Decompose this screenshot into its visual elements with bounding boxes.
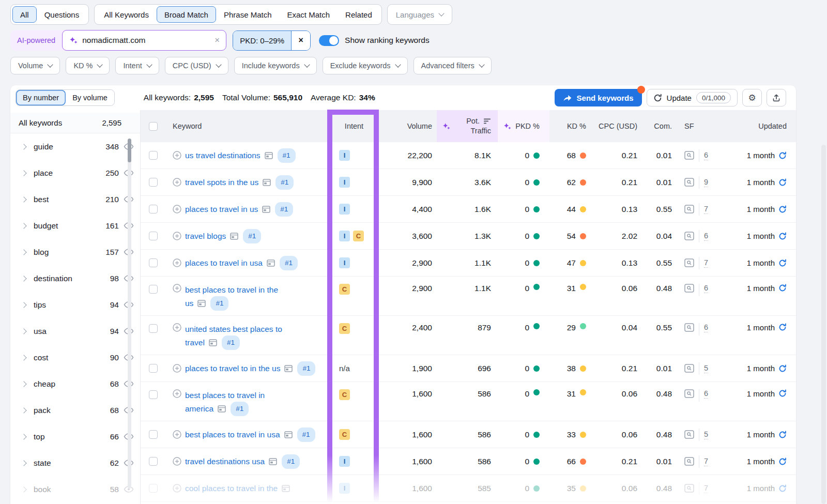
tab-all-keywords[interactable]: All Keywords xyxy=(96,6,157,23)
sidebar-item-pack[interactable]: pack 68 xyxy=(10,397,140,423)
serp-preview-icon[interactable] xyxy=(284,431,293,438)
serp-preview-icon[interactable] xyxy=(267,259,275,267)
expand-chevron-icon[interactable] xyxy=(21,144,26,149)
serp-features-icon[interactable] xyxy=(684,284,694,293)
sf-count[interactable]: 6 xyxy=(704,151,708,160)
tab-all[interactable]: All xyxy=(12,6,37,23)
filter-dropdown-exclude-keywords[interactable]: Exclude keywords xyxy=(323,57,408,74)
refresh-icon[interactable] xyxy=(778,151,787,160)
serp-preview-icon[interactable] xyxy=(263,179,271,186)
remove-pkd-filter-icon[interactable]: × xyxy=(291,31,310,50)
position-badge[interactable]: #1 xyxy=(222,335,240,350)
sidebar-item-guide[interactable]: guide 348 xyxy=(10,133,140,160)
position-badge[interactable]: #1 xyxy=(231,402,249,416)
serp-preview-icon[interactable] xyxy=(282,485,290,492)
cpc-header[interactable]: CPC (USD) xyxy=(593,110,641,142)
tab-questions[interactable]: Questions xyxy=(37,6,87,23)
row-checkbox[interactable] xyxy=(149,430,158,439)
position-badge[interactable]: #1 xyxy=(297,427,315,442)
keyword-link[interactable]: travel destinations usa xyxy=(185,457,265,466)
keyword-link[interactable]: cool places to travel in the xyxy=(185,484,278,493)
add-keyword-icon[interactable] xyxy=(173,284,181,293)
refresh-icon[interactable] xyxy=(778,431,787,439)
sidebar-scrollbar-thumb[interactable] xyxy=(128,139,131,162)
row-checkbox[interactable] xyxy=(149,390,158,399)
sidebar-item-cost[interactable]: cost 90 xyxy=(10,344,140,371)
row-checkbox[interactable] xyxy=(149,258,158,267)
sidebar-item-budget[interactable]: budget 161 xyxy=(10,212,140,239)
sidebar-item-destination[interactable]: destination 98 xyxy=(10,265,140,292)
expand-chevron-icon[interactable] xyxy=(21,381,26,387)
serp-features-icon[interactable] xyxy=(684,258,694,267)
serp-features-icon[interactable] xyxy=(684,457,694,466)
add-keyword-icon[interactable] xyxy=(173,430,181,439)
serp-preview-icon[interactable] xyxy=(218,405,226,413)
refresh-icon[interactable] xyxy=(778,178,787,187)
refresh-icon[interactable] xyxy=(778,323,787,331)
add-keyword-icon[interactable] xyxy=(173,232,181,240)
settings-button[interactable]: ⚙ xyxy=(742,89,762,106)
filter-dropdown-advanced-filters[interactable]: Advanced filters xyxy=(414,57,492,74)
expand-chevron-icon[interactable] xyxy=(21,486,26,492)
sf-count[interactable]: 7 xyxy=(704,484,708,493)
sf-header[interactable]: SF xyxy=(674,110,713,142)
sidebar-item-usa[interactable]: usa 94 xyxy=(10,318,140,344)
expand-chevron-icon[interactable] xyxy=(21,196,26,202)
add-keyword-icon[interactable] xyxy=(173,457,181,466)
keyword-link[interactable]: places to travel to in the us xyxy=(185,364,280,373)
serp-features-icon[interactable] xyxy=(684,178,694,187)
refresh-icon[interactable] xyxy=(778,205,787,213)
serp-features-icon[interactable] xyxy=(684,389,694,398)
position-badge[interactable]: #1 xyxy=(243,229,261,243)
keyword-link[interactable]: best places to travel in usa xyxy=(185,430,280,439)
row-checkbox[interactable] xyxy=(149,232,158,240)
serp-features-icon[interactable] xyxy=(684,151,694,160)
add-keyword-icon[interactable] xyxy=(173,178,181,187)
keyword-link[interactable]: places to travel in usa xyxy=(185,258,263,267)
refresh-icon[interactable] xyxy=(778,457,787,466)
serp-preview-icon[interactable] xyxy=(284,365,293,372)
row-checkbox[interactable] xyxy=(149,205,158,213)
position-badge[interactable]: #1 xyxy=(275,175,294,190)
keyword-link[interactable]: places to travel in us xyxy=(185,205,258,213)
filter-dropdown-intent[interactable]: Intent xyxy=(115,57,159,74)
refresh-icon[interactable] xyxy=(778,484,787,493)
keyword-link[interactable]: us travel destinations xyxy=(185,151,261,160)
keyword-link[interactable]: travel blogs xyxy=(185,232,226,240)
sidebar-item-place[interactable]: place 250 xyxy=(10,160,140,186)
pot-traffic-header[interactable]: Pot. Traffic xyxy=(437,110,498,142)
export-button[interactable] xyxy=(767,89,786,106)
row-checkbox[interactable] xyxy=(149,364,158,373)
expand-chevron-icon[interactable] xyxy=(21,223,26,228)
sidebar-item-book[interactable]: book 58 xyxy=(10,476,140,502)
tab-related[interactable]: Related xyxy=(338,6,380,23)
position-badge[interactable]: #1 xyxy=(275,202,293,217)
expand-chevron-icon[interactable] xyxy=(21,302,26,308)
position-badge[interactable]: #1 xyxy=(297,361,315,376)
kd-header[interactable]: KD % xyxy=(549,110,593,142)
sf-count[interactable]: 9 xyxy=(704,178,708,187)
serp-preview-icon[interactable] xyxy=(269,458,277,465)
add-keyword-icon[interactable] xyxy=(173,389,181,398)
expand-chevron-icon[interactable] xyxy=(21,434,26,439)
refresh-icon[interactable] xyxy=(778,284,787,292)
add-keyword-icon[interactable] xyxy=(173,484,181,493)
filter-dropdown-kd-[interactable]: KD % xyxy=(66,57,110,74)
send-keywords-button[interactable]: Send keywords xyxy=(555,89,642,106)
position-badge[interactable]: #1 xyxy=(210,296,228,311)
select-all-checkbox[interactable] xyxy=(149,122,158,131)
refresh-icon[interactable] xyxy=(778,232,787,240)
filter-dropdown-volume[interactable]: Volume xyxy=(10,57,60,74)
sidebar-item-cheap[interactable]: cheap 68 xyxy=(10,371,140,397)
keyword-header[interactable]: Keyword xyxy=(165,110,328,142)
pkd-header[interactable]: PKD % xyxy=(498,110,549,142)
by-number-button[interactable]: By number xyxy=(16,90,66,105)
serp-features-icon[interactable] xyxy=(684,323,694,332)
sidebar-item-tips[interactable]: tips 94 xyxy=(10,292,140,318)
clear-search-icon[interactable]: × xyxy=(215,35,220,45)
expand-chevron-icon[interactable] xyxy=(21,249,26,255)
row-checkbox[interactable] xyxy=(149,285,158,294)
sf-count[interactable]: 5 xyxy=(704,430,708,439)
expand-chevron-icon[interactable] xyxy=(21,355,26,360)
position-badge[interactable]: #1 xyxy=(280,256,298,270)
